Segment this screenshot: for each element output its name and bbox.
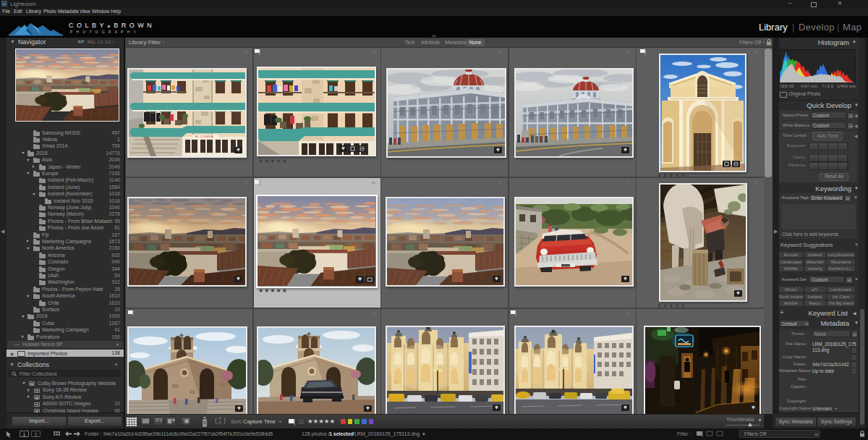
svg-text:EL LIDERA: EL LIDERA [195, 135, 213, 138]
